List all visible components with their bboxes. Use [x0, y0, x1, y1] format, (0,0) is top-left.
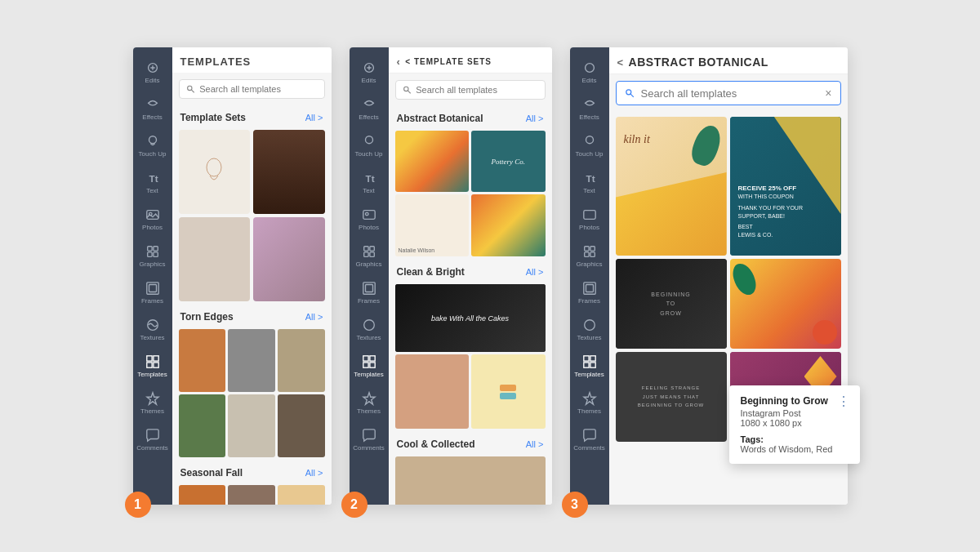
svg-text:Tt: Tt — [365, 173, 374, 184]
sidebar-3-graphics[interactable]: Graphics — [570, 238, 609, 274]
section-all-torn[interactable]: All > — [305, 312, 323, 322]
template-thumb[interactable] — [253, 130, 325, 214]
ab-main-thumb-2[interactable]: RECEIVE 25% OFF WITH THIS COUPON THANK Y… — [730, 117, 841, 256]
panel-3-search-input[interactable] — [641, 87, 819, 100]
sidebar-item-edits[interactable]: Edits — [133, 54, 172, 91]
template-thumb[interactable] — [179, 329, 226, 392]
cc-wide-thumb[interactable] — [395, 456, 546, 505]
template-thumb[interactable] — [228, 394, 275, 457]
cb-wide-thumb[interactable]: bake With All the Cakes — [395, 284, 546, 353]
panel-2-search-input[interactable] — [416, 85, 537, 95]
ab-main-thumb-3[interactable]: BEGINNINGTOGROW — [616, 259, 727, 349]
svg-point-41 — [585, 64, 594, 73]
sidebar-3-text[interactable]: Tt Text — [570, 164, 609, 201]
sidebar-item-frames[interactable]: Frames — [133, 274, 172, 311]
ab-thumb-4[interactable] — [471, 194, 546, 256]
sidebar-3-templates[interactable]: Templates — [570, 348, 609, 385]
sidebar-item-text[interactable]: Tt Text — [133, 164, 172, 201]
sidebar-item-themes[interactable]: Themes — [133, 385, 172, 421]
svg-rect-8 — [153, 247, 157, 251]
template-thumb[interactable] — [278, 485, 325, 505]
section-all-ab[interactable]: All > — [526, 114, 544, 123]
sidebar-2-photos[interactable]: Photos — [350, 201, 389, 238]
section-all-seasonal[interactable]: All > — [305, 468, 323, 478]
template-thumb[interactable] — [278, 329, 325, 392]
sidebar-2-text[interactable]: Tt Text — [350, 164, 389, 201]
sidebar-item-effects[interactable]: Effects — [133, 91, 172, 127]
sidebar-3-label-effects: Effects — [579, 114, 599, 121]
sidebar-2-label-photos: Photos — [359, 225, 379, 231]
sidebar-3-comments[interactable]: Comments — [570, 421, 609, 458]
section-all-sets[interactable]: All > — [305, 113, 323, 122]
sidebar-2-touchup[interactable]: Touch Up — [350, 127, 389, 164]
template-thumb[interactable] — [179, 217, 251, 301]
template-thumb[interactable] — [228, 329, 275, 392]
sidebar-2-templates[interactable]: Templates — [350, 348, 389, 385]
clear-search-button[interactable]: × — [825, 87, 831, 100]
ab-thumb-1[interactable] — [395, 131, 470, 192]
sidebar-item-textures[interactable]: Textures — [133, 311, 172, 348]
sidebar-item-photos[interactable]: Photos — [133, 201, 172, 238]
sidebar-2-frames[interactable]: Frames — [350, 274, 389, 311]
cc-section — [389, 453, 552, 505]
svg-rect-28 — [363, 247, 368, 251]
template-thumb[interactable] — [278, 394, 325, 457]
panel-2-search-wrap[interactable] — [395, 80, 546, 100]
sidebar-3: Edits Effects Touch Up Tt Text — [570, 47, 609, 505]
svg-rect-12 — [149, 285, 156, 292]
sidebar-2-edits[interactable]: Edits — [350, 54, 389, 91]
search-icon-1 — [186, 84, 195, 94]
sidebar-item-graphics[interactable]: Graphics — [133, 238, 172, 274]
sidebar-2-label-graphics: Graphics — [355, 261, 381, 268]
cb-thumb-3[interactable] — [471, 354, 546, 429]
section-all-cc[interactable]: All > — [526, 439, 544, 449]
template-thumb[interactable] — [179, 485, 226, 505]
section-header-cb: Clean & Bright All > — [389, 260, 552, 281]
template-thumb[interactable] — [179, 394, 226, 457]
sidebar-3-touchup[interactable]: Touch Up — [570, 127, 609, 164]
ab-main-thumb-4[interactable] — [730, 259, 841, 349]
template-thumb[interactable] — [253, 217, 325, 301]
template-thumb[interactable] — [179, 130, 251, 214]
ab-thumb-3[interactable]: Natalie Wilson — [395, 194, 470, 256]
sidebar-2-label-templates: Templates — [354, 372, 383, 378]
sidebar-2-label-textures: Textures — [356, 335, 381, 341]
sidebar-3-photos[interactable]: Photos — [570, 201, 609, 238]
back-arrow-2[interactable]: ‹ — [397, 56, 401, 68]
sidebar-3-label-templates: Templates — [574, 372, 604, 378]
sidebar-3-frames[interactable]: Frames — [570, 274, 609, 311]
sidebar-1: Edits Effects Touch Up Tt Text — [133, 47, 172, 505]
sidebar-2-comments[interactable]: Comments — [350, 421, 389, 458]
panel-1-title: TEMPLATES — [172, 47, 332, 73]
section-title-torn: Torn Edges — [180, 311, 234, 323]
sidebar-2-graphics[interactable]: Graphics — [350, 238, 389, 274]
ab-thumb-2[interactable]: Pottery Co. — [471, 131, 546, 192]
svg-rect-10 — [153, 252, 157, 256]
sidebar-2-themes[interactable]: Themes — [350, 385, 389, 421]
ab-main-thumb-1[interactable]: kiln it — [616, 117, 727, 256]
sidebar-item-comments[interactable]: Comments — [133, 421, 172, 458]
panel-3-search-bar[interactable]: × — [616, 81, 841, 105]
panel-3-header: < ABSTRACT BOTANICAL — [609, 47, 848, 74]
back-arrow-3[interactable]: < — [617, 56, 624, 69]
sidebar-3-textures[interactable]: Textures — [570, 311, 609, 348]
tooltip-dots[interactable]: ⋮ — [837, 394, 852, 409]
panel-1-search-wrap[interactable] — [179, 79, 325, 99]
svg-text:Tt: Tt — [149, 173, 158, 184]
sidebar-item-touchup[interactable]: Touch Up — [133, 127, 172, 164]
sidebar-3-edits[interactable]: Edits — [570, 54, 609, 91]
svg-line-19 — [191, 90, 194, 92]
sidebar-3-effects[interactable]: Effects — [570, 91, 609, 127]
template-thumb[interactable] — [228, 485, 275, 505]
sidebar-3-themes[interactable]: Themes — [570, 385, 609, 421]
panel-1-search-input[interactable] — [199, 84, 317, 94]
section-all-cb[interactable]: All > — [526, 267, 544, 277]
sidebar-2-effects[interactable]: Effects — [350, 91, 389, 127]
seasonal-grid — [172, 482, 332, 505]
cb-thumb-2[interactable] — [395, 354, 470, 429]
sidebar-2-textures[interactable]: Textures — [350, 311, 389, 348]
ab-main-thumb-5[interactable]: FEELING STRANGEJUST MEANS THATBEGINNING … — [616, 352, 727, 442]
svg-rect-50 — [586, 285, 593, 292]
sidebar-item-templates[interactable]: Templates — [133, 348, 172, 385]
svg-line-40 — [408, 91, 410, 93]
